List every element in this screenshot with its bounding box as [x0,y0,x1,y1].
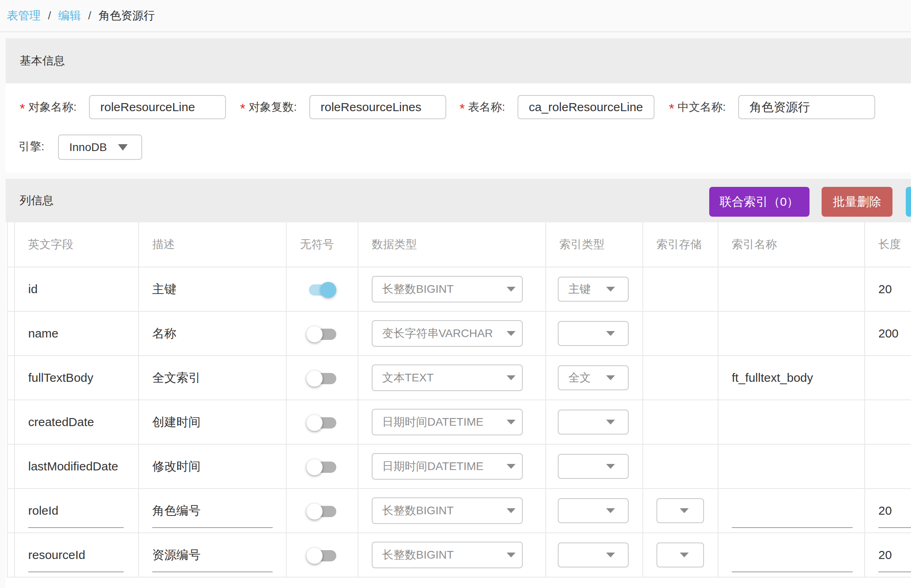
cell-indexname [718,311,865,356]
columns-body: 英文字段 描述 无符号 数据类型 索引类型 索引存储 索引名称 长度 id 主键 [6,222,911,588]
chevron-down-icon [507,287,516,292]
object-plural-input[interactable]: roleResourceLines [309,95,446,119]
breadcrumb-link-edit[interactable]: 编辑 [58,8,81,23]
toggle-knob [306,548,323,564]
cell-unsigned [286,533,358,577]
cell-spacer [7,400,14,444]
clipped-button[interactable] [906,187,911,217]
unsigned-toggle[interactable] [309,284,336,296]
indexname-input-underline[interactable] [732,571,853,572]
breadcrumb-divider [0,31,911,32]
chinese-name-input[interactable]: 角色资源行 [738,95,875,119]
chevron-down-icon [680,553,689,557]
length-input-underline[interactable] [878,571,911,572]
cell-desc[interactable]: 资源编号 [139,533,286,577]
cell-indexstorage [643,400,718,444]
cell-length: 20 [865,267,911,311]
chevron-down-icon [507,331,516,336]
cell-field: lastModifiedDate [14,444,139,489]
required-asterisk: * [460,101,465,116]
cell-spacer [7,311,14,356]
chevron-down-icon [507,464,516,469]
required-asterisk: * [240,101,245,116]
cell-indextype [546,533,643,577]
indextype-select[interactable]: 全文 [558,365,629,390]
batch-delete-button[interactable]: 批量删除 [822,187,892,217]
cell-indexstorage [643,444,718,489]
desc-input-underline[interactable] [152,527,273,528]
object-name-input[interactable]: roleResourceLine [89,95,226,119]
cell-field[interactable]: resourceId [14,533,139,577]
cell-indexname [718,267,865,311]
col-header-indextype: 索引类型 [546,222,643,267]
cell-indexstorage [643,356,718,400]
cell-field[interactable]: roleId [14,489,139,533]
datatype-select[interactable]: 长整数BIGINT [372,542,523,568]
chevron-down-icon [606,375,615,380]
required-asterisk: * [669,101,674,116]
cell-indextype: 主键 [546,267,643,311]
indextype-select[interactable] [558,454,629,479]
datatype-select[interactable]: 变长字符串VARCHAR [372,320,523,347]
cell-length: 20 [865,489,911,533]
length-input-underline[interactable] [878,527,911,528]
columns-card: 列信息 联合索引（0） 批量删除 英文字段 描述 无符号 数据类型 索引类型 索… [6,179,911,588]
indextype-select[interactable] [558,321,629,346]
toggle-knob [306,415,323,431]
indextype-select[interactable] [558,542,629,567]
chevron-down-icon [606,553,615,557]
table-name-input[interactable]: ca_roleResourceLine [518,95,654,119]
field-input-underline[interactable] [28,571,124,572]
cell-indexname [718,533,865,577]
columns-table: 英文字段 描述 无符号 数据类型 索引类型 索引存储 索引名称 长度 id 主键 [7,222,911,578]
cell-datatype: 变长字符串VARCHAR [358,311,546,356]
breadcrumb-current: 角色资源行 [99,8,155,23]
unsigned-toggle[interactable] [309,417,336,429]
chinese-name-label: *中文名称: [669,95,726,119]
chevron-down-icon [680,508,689,513]
datatype-select[interactable]: 日期时间DATETIME [372,453,523,480]
indexname-input-underline[interactable] [732,527,853,528]
field-input-underline[interactable] [28,527,124,528]
cell-spacer [7,356,14,400]
engine-select[interactable]: InnoDB [58,135,142,160]
chevron-down-icon [507,420,516,424]
cell-unsigned [286,489,358,533]
cell-field: createdDate [14,400,139,444]
datatype-select[interactable]: 长整数BIGINT [372,497,523,524]
basic-info-body: *对象名称: roleResourceLine *对象复数: roleResou… [6,83,911,172]
unsigned-toggle[interactable] [309,462,336,473]
union-index-button[interactable]: 联合索引（0） [709,187,810,217]
cell-indextype [546,400,643,444]
indextype-select[interactable]: 主键 [558,277,629,302]
indextype-select[interactable] [558,498,629,523]
col-header-indexname: 索引名称 [718,222,865,267]
unsigned-toggle[interactable] [309,506,336,517]
cell-unsigned [286,267,358,311]
indexstorage-select[interactable] [656,542,704,567]
datatype-select[interactable]: 长整数BIGINT [372,276,523,302]
columns-header: 列信息 联合索引（0） 批量删除 [6,179,911,222]
desc-input-underline[interactable] [152,571,273,572]
table-row: createdDate 创建时间 日期时间DATETIME [7,400,911,444]
datatype-select[interactable]: 文本TEXT [372,364,523,391]
cell-field: name [14,311,139,356]
cell-datatype: 长整数BIGINT [358,533,546,577]
unsigned-toggle[interactable] [309,373,336,384]
indexstorage-select[interactable] [656,498,704,523]
cell-desc[interactable]: 角色编号 [139,489,286,533]
datatype-select[interactable]: 日期时间DATETIME [372,409,523,435]
cell-indexstorage [643,267,718,311]
indextype-select[interactable] [558,410,629,435]
table-row: fullTextBody 全文索引 文本TEXT 全文 ft_fulltext_… [7,356,911,400]
cell-indexstorage [643,489,718,533]
unsigned-toggle[interactable] [309,550,336,561]
table-header-row: 英文字段 描述 无符号 数据类型 索引类型 索引存储 索引名称 长度 [7,222,911,267]
unsigned-toggle[interactable] [309,329,336,340]
cell-indexname [718,444,865,489]
cell-datatype: 日期时间DATETIME [358,444,546,489]
table-row: roleId 角色编号 长整数BIGINT 20 [7,489,911,533]
cell-desc: 主键 [139,267,286,311]
breadcrumb-link-table-management[interactable]: 表管理 [7,8,41,23]
cell-indexname [718,489,865,533]
